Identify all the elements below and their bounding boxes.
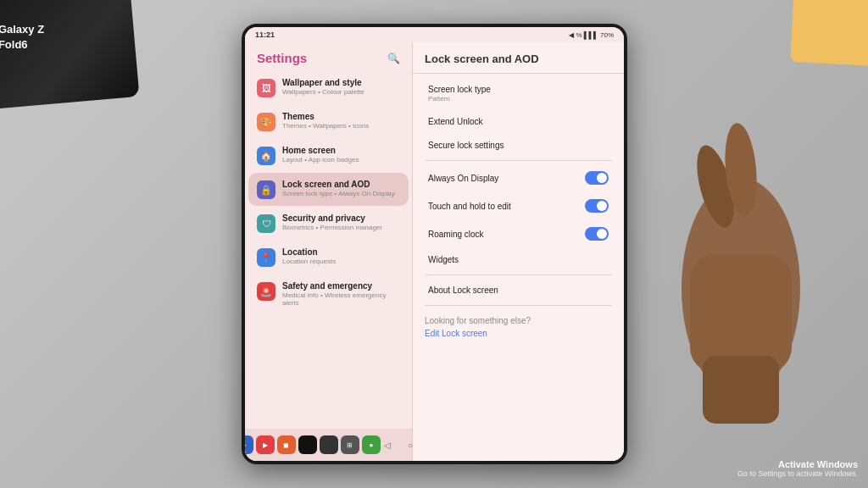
activate-windows-notice: Activate Windows Go to Settings to activ… — [737, 459, 858, 478]
lockscreen-text: Lock screen and AOD Screen lock type • A… — [282, 180, 395, 197]
sidebar-item-home[interactable]: 🏠 Home screen Layout • App icon badges — [248, 139, 409, 172]
location-label: Location — [282, 247, 336, 257]
security-icon: 🛡 — [257, 214, 275, 233]
looking-section: Looking for something else? Edit Lock sc… — [413, 309, 624, 345]
right-item-widgets[interactable]: Widgets — [416, 248, 620, 271]
divider-3 — [425, 305, 612, 306]
always-on-display-toggle[interactable] — [585, 171, 609, 185]
home-icon: 🏠 — [257, 147, 275, 165]
settings-header: Settings 🔍 — [245, 42, 412, 70]
activate-windows-subtitle: Go to Settings to activate Windows. — [737, 469, 858, 478]
location-icon: 📍 — [257, 248, 275, 267]
right-item-always-on-display[interactable]: Always On Display — [416, 164, 620, 191]
nav-bar: 📞 ● ▶ ◼ ⊞ ● ◁ ○ □ — [245, 429, 412, 461]
right-item-secure-lock[interactable]: Secure lock settings — [416, 134, 620, 157]
right-panel-items: Screen lock type Pattern Extend Unlock S — [413, 74, 624, 461]
nav-app-camera[interactable]: ◼ — [277, 435, 296, 454]
lockscreen-sub: Screen lock type • Always On Display — [282, 190, 395, 197]
sidebar-item-themes[interactable]: 🎨 Themes Themes • Wallpapers • Icons — [248, 105, 409, 138]
roaming-clock-label: Roaming clock — [428, 230, 484, 239]
themes-icon: 🎨 — [257, 113, 275, 131]
box-label: Galaxy ZFold6 — [0, 22, 44, 53]
screen-lock-type-sub: Pattern — [428, 95, 491, 103]
secure-lock-label: Secure lock settings — [428, 141, 504, 150]
right-item-about-lock[interactable]: About Lock screen — [416, 279, 620, 302]
sidebar-item-security[interactable]: 🛡 Security and privacy Biometrics • Perm… — [248, 207, 409, 240]
extend-unlock-label: Extend Unlock — [428, 117, 482, 126]
edit-lock-screen-link[interactable]: Edit Lock screen — [425, 329, 612, 338]
phone-device: 11:21 ◀ % ▌▌▌ 70% Settings 🔍 🖼 Wallpaper… — [242, 24, 627, 464]
nav-app-dark2[interactable] — [320, 435, 338, 454]
themes-sub: Themes • Wallpapers • Icons — [282, 122, 369, 130]
status-icons: ◀ % ▌▌▌ 70% — [569, 31, 614, 39]
phone-screen: 11:21 ◀ % ▌▌▌ 70% Settings 🔍 🖼 Wallpaper… — [245, 27, 624, 461]
safety-label: Safety and emergency — [282, 281, 400, 291]
lockscreen-label: Lock screen and AOD — [282, 180, 395, 189]
always-on-display-label: Always On Display — [428, 174, 498, 183]
lockscreen-icon: 🔒 — [257, 180, 275, 199]
touch-hold-label: Touch and hold to edit — [428, 202, 511, 211]
about-lock-label: About Lock screen — [428, 286, 498, 295]
location-sub: Location requests — [282, 258, 336, 265]
looking-label: Looking for something else? — [425, 316, 612, 325]
divider-1 — [425, 160, 612, 161]
roaming-clock-toggle[interactable] — [585, 227, 609, 241]
location-text: Location Location requests — [282, 247, 336, 265]
right-panel: Lock screen and AOD Screen lock type Pat… — [413, 42, 624, 461]
nav-app-video[interactable]: ▶ — [256, 435, 275, 454]
nav-app-grid[interactable]: ⊞ — [341, 435, 359, 454]
right-item-extend-unlock[interactable]: Extend Unlock — [416, 110, 620, 133]
sidebar-item-lockscreen[interactable]: 🔒 Lock screen and AOD Screen lock type •… — [248, 173, 409, 206]
safety-icon: 🚨 — [257, 282, 275, 301]
safety-sub: Medical info • Wireless emergency alerts — [282, 291, 400, 307]
wallpaper-text: Wallpaper and style Wallpapers • Colour … — [282, 78, 364, 96]
sticky-note — [790, 0, 868, 66]
settings-title: Settings — [257, 51, 307, 65]
divider-2 — [425, 274, 612, 275]
settings-items-list: 🖼 Wallpaper and style Wallpapers • Colou… — [245, 70, 412, 429]
right-item-screen-lock-type[interactable]: Screen lock type Pattern — [416, 78, 620, 109]
activate-windows-title: Activate Windows — [737, 459, 858, 469]
widgets-label: Widgets — [428, 255, 459, 264]
nav-app-green[interactable]: ● — [362, 435, 381, 454]
safety-text: Safety and emergency Medical info • Wire… — [282, 281, 400, 307]
nav-back-button[interactable]: ◁ — [384, 441, 391, 450]
search-icon[interactable]: 🔍 — [387, 53, 400, 64]
screen-content: Settings 🔍 🖼 Wallpaper and style Wallpap… — [245, 42, 624, 461]
wallpaper-sub: Wallpapers • Colour palette — [282, 88, 364, 96]
wallpaper-icon: 🖼 — [257, 79, 275, 97]
right-panel-header: Lock screen and AOD — [413, 42, 624, 74]
screen-lock-type-label: Screen lock type — [428, 85, 491, 94]
security-label: Security and privacy — [282, 214, 382, 223]
nav-app-dark1[interactable] — [298, 435, 317, 454]
right-item-touch-hold[interactable]: Touch and hold to edit — [416, 192, 620, 219]
status-time: 11:21 — [255, 30, 275, 39]
themes-text: Themes Themes • Wallpapers • Icons — [282, 112, 369, 130]
nav-app-msg[interactable]: ● — [245, 435, 253, 454]
sidebar-item-location[interactable]: 📍 Location Location requests — [248, 241, 409, 274]
security-sub: Biometrics • Permission manager — [282, 224, 382, 231]
security-text: Security and privacy Biometrics • Permis… — [282, 214, 382, 231]
galaxy-box: Galaxy ZFold6 — [0, 0, 140, 109]
themes-label: Themes — [282, 112, 369, 121]
status-bar: 11:21 ◀ % ▌▌▌ 70% — [245, 27, 624, 42]
touch-hold-toggle[interactable] — [585, 199, 609, 213]
home-text: Home screen Layout • App icon badges — [282, 146, 359, 164]
left-panel: Settings 🔍 🖼 Wallpaper and style Wallpap… — [245, 42, 413, 461]
right-item-roaming-clock[interactable]: Roaming clock — [416, 220, 620, 247]
home-sub: Layout • App icon badges — [282, 156, 359, 164]
home-label: Home screen — [282, 146, 359, 155]
right-panel-title: Lock screen and AOD — [425, 53, 539, 65]
wallpaper-label: Wallpaper and style — [282, 78, 364, 87]
sidebar-item-safety[interactable]: 🚨 Safety and emergency Medical info • Wi… — [248, 274, 409, 313]
sidebar-item-wallpaper[interactable]: 🖼 Wallpaper and style Wallpapers • Colou… — [248, 71, 409, 104]
